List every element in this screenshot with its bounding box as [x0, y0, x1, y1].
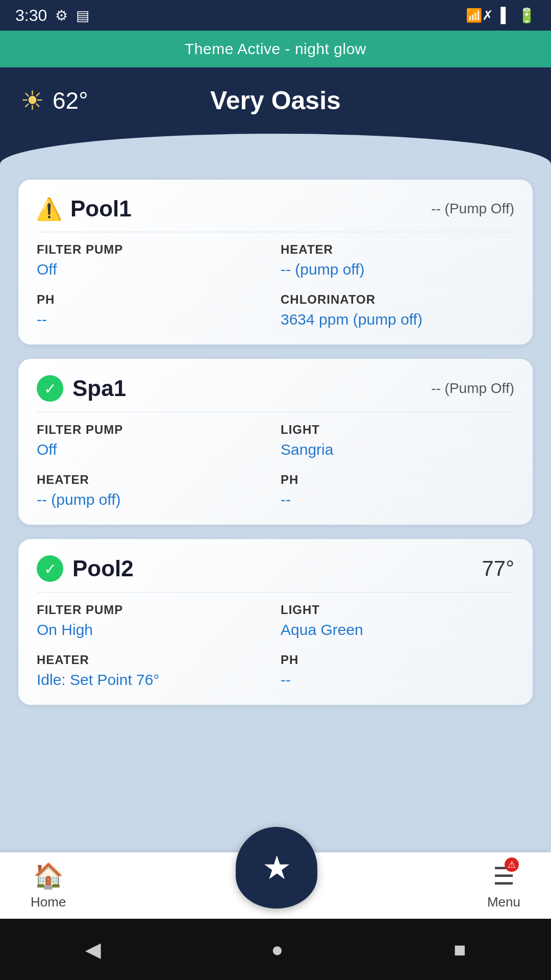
- pool2-title: Pool2: [72, 556, 134, 581]
- spa1-title-group: ✓ Spa1: [37, 375, 126, 402]
- pool1-heater-label: HEATER: [281, 242, 514, 257]
- pool2-filter-pump-value: On High: [37, 621, 270, 639]
- menu-icon-wrapper: ☰ ⚠: [493, 862, 515, 890]
- signal-icon: ▌: [500, 7, 511, 23]
- pool1-card[interactable]: ⚠️ Pool1 -- (Pump Off) FILTER PUMP Off H…: [18, 180, 533, 345]
- theme-banner: Theme Active - night glow: [0, 31, 551, 67]
- status-left: 3:30 ⚙ ▤: [15, 6, 89, 25]
- home-icon: 🏠: [33, 862, 64, 890]
- spa1-light-value: Sangria: [281, 441, 514, 458]
- pool1-filter-pump-field: FILTER PUMP Off: [37, 242, 270, 278]
- back-button[interactable]: ◀: [85, 938, 101, 961]
- pool1-title: Pool1: [70, 196, 132, 222]
- spa1-heater-label: HEATER: [37, 473, 270, 487]
- settings-icon: ⚙: [55, 7, 68, 24]
- spa1-filter-pump-value: Off: [37, 441, 270, 458]
- spa1-card[interactable]: ✓ Spa1 -- (Pump Off) FILTER PUMP Off LIG…: [18, 359, 533, 525]
- spa1-ph-value: --: [281, 491, 514, 508]
- pool2-check-icon: ✓: [37, 555, 63, 582]
- spa1-title: Spa1: [72, 376, 126, 401]
- pool2-light-field: LIGHT Aqua Green: [281, 603, 514, 639]
- home-button[interactable]: ●: [271, 938, 283, 961]
- pool2-heater-label: HEATER: [37, 653, 270, 667]
- pool2-ph-field: pH --: [281, 653, 514, 689]
- spa1-status: -- (Pump Off): [431, 380, 514, 397]
- spa1-filter-pump-label: FILTER PUMP: [37, 423, 270, 437]
- spa1-heater-field: HEATER -- (pump off): [37, 473, 270, 508]
- pool1-chlorinator-field: CHLORINATOR 3634 ppm (pump off): [281, 292, 514, 328]
- pool1-status: -- (Pump Off): [431, 201, 514, 217]
- pool2-light-value: Aqua Green: [281, 621, 514, 639]
- bottom-nav: 🏠 Home ★ ☰ ⚠ Menu: [0, 852, 551, 919]
- pool1-warning-icon: ⚠️: [37, 197, 61, 221]
- menu-nav-item[interactable]: ☰ ⚠ Menu: [487, 862, 520, 910]
- pool2-ph-value: --: [281, 671, 514, 689]
- home-nav-item[interactable]: 🏠 Home: [31, 862, 66, 910]
- header-wave: [0, 134, 551, 164]
- star-icon: ★: [262, 849, 291, 887]
- pool2-card[interactable]: ✓ Pool2 77° FILTER PUMP On High LIGHT Aq…: [18, 539, 533, 705]
- spa1-check-icon: ✓: [37, 375, 63, 402]
- status-right: 📶✗ ▌ 🔋: [466, 7, 536, 24]
- pool2-ph-label: pH: [281, 653, 514, 667]
- spa1-ph-label: pH: [281, 473, 514, 487]
- spa1-filter-pump-field: FILTER PUMP Off: [37, 423, 270, 458]
- pool1-heater-value: -- (pump off): [281, 261, 514, 278]
- pool1-ph-label: pH: [37, 292, 270, 307]
- menu-badge: ⚠: [505, 857, 519, 872]
- battery-icon: 🔋: [518, 7, 536, 24]
- pool1-chlorinator-label: CHLORINATOR: [281, 292, 514, 307]
- clipboard-icon: ▤: [76, 7, 89, 24]
- pool1-ph-field: pH --: [37, 292, 270, 328]
- pool2-grid: FILTER PUMP On High LIGHT Aqua Green HEA…: [37, 603, 514, 689]
- spa1-grid: FILTER PUMP Off LIGHT Sangria HEATER -- …: [37, 423, 514, 508]
- theme-banner-text: Theme Active - night glow: [185, 40, 366, 58]
- spa1-ph-field: pH --: [281, 473, 514, 508]
- spa1-header: ✓ Spa1 -- (Pump Off): [37, 375, 514, 412]
- pool2-title-group: ✓ Pool2: [37, 555, 134, 582]
- pool2-filter-pump-label: FILTER PUMP: [37, 603, 270, 617]
- spa1-light-label: LIGHT: [281, 423, 514, 437]
- menu-label: Menu: [487, 894, 520, 910]
- home-label: Home: [31, 894, 66, 910]
- main-content: ⚠️ Pool1 -- (Pump Off) FILTER PUMP Off H…: [0, 164, 551, 720]
- sun-icon: ☀: [20, 85, 44, 116]
- android-nav: ◀ ● ■: [0, 919, 551, 980]
- status-time: 3:30: [15, 6, 47, 25]
- pool1-ph-value: --: [37, 311, 270, 328]
- temperature-display: 62°: [53, 87, 88, 114]
- pool2-heater-value: Idle: Set Point 76°: [37, 671, 270, 689]
- pool1-header: ⚠️ Pool1 -- (Pump Off): [37, 196, 514, 232]
- recents-button[interactable]: ■: [454, 938, 466, 961]
- spa1-heater-value: -- (pump off): [37, 491, 270, 508]
- app-header: ☀ 62° Very Oasis: [0, 67, 551, 134]
- pool1-grid: FILTER PUMP Off HEATER -- (pump off) pH …: [37, 242, 514, 328]
- spa1-light-field: LIGHT Sangria: [281, 423, 514, 458]
- pool2-header: ✓ Pool2 77°: [37, 555, 514, 593]
- weather-widget: ☀ 62°: [20, 85, 88, 116]
- favorites-fab[interactable]: ★: [236, 827, 317, 909]
- pool1-filter-pump-label: FILTER PUMP: [37, 242, 270, 257]
- status-bar: 3:30 ⚙ ▤ 📶✗ ▌ 🔋: [0, 0, 551, 31]
- pool2-filter-pump-field: FILTER PUMP On High: [37, 603, 270, 639]
- pool2-status: 77°: [482, 556, 514, 581]
- app-title: Very Oasis: [210, 86, 341, 115]
- pool2-heater-field: HEATER Idle: Set Point 76°: [37, 653, 270, 689]
- pool1-chlorinator-value: 3634 ppm (pump off): [281, 311, 514, 328]
- pool1-filter-pump-value: Off: [37, 261, 270, 278]
- pool1-title-group: ⚠️ Pool1: [37, 196, 132, 222]
- pool2-light-label: LIGHT: [281, 603, 514, 617]
- pool1-heater-field: HEATER -- (pump off): [281, 242, 514, 278]
- wifi-icon: 📶✗: [466, 8, 493, 23]
